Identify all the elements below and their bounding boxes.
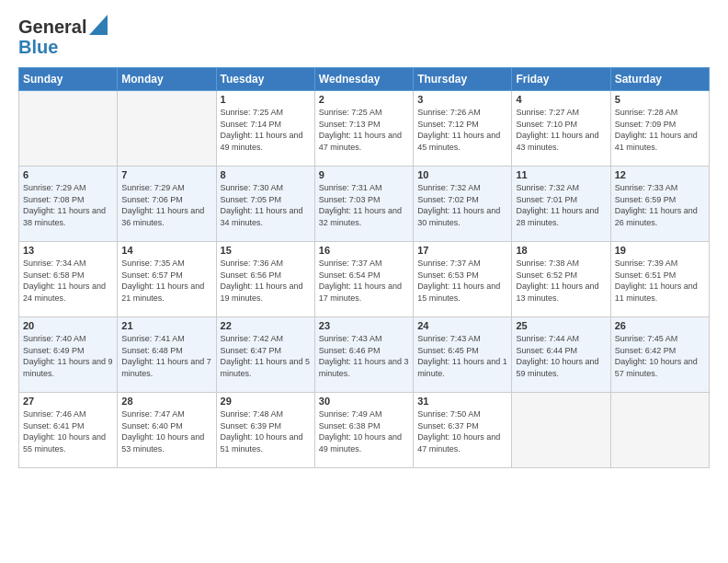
calendar-cell bbox=[610, 393, 709, 468]
calendar-cell: 10Sunrise: 7:32 AM Sunset: 7:02 PM Dayli… bbox=[414, 167, 512, 242]
calendar-cell: 4Sunrise: 7:27 AM Sunset: 7:10 PM Daylig… bbox=[512, 91, 610, 167]
day-number: 30 bbox=[319, 396, 409, 407]
day-number: 4 bbox=[516, 94, 606, 105]
day-number: 14 bbox=[121, 245, 211, 256]
logo-blue: Blue bbox=[18, 37, 58, 58]
calendar-table: SundayMondayTuesdayWednesdayThursdayFrid… bbox=[18, 67, 710, 468]
calendar-cell: 26Sunrise: 7:45 AM Sunset: 6:42 PM Dayli… bbox=[610, 317, 709, 393]
calendar-cell: 16Sunrise: 7:37 AM Sunset: 6:54 PM Dayli… bbox=[314, 242, 413, 317]
calendar-cell: 24Sunrise: 7:43 AM Sunset: 6:45 PM Dayli… bbox=[414, 317, 512, 393]
calendar-cell: 28Sunrise: 7:47 AM Sunset: 6:40 PM Dayli… bbox=[118, 393, 216, 468]
day-info: Sunrise: 7:43 AM Sunset: 6:45 PM Dayligh… bbox=[417, 333, 507, 379]
day-number: 6 bbox=[23, 169, 113, 180]
calendar-cell: 22Sunrise: 7:42 AM Sunset: 6:47 PM Dayli… bbox=[216, 317, 314, 393]
day-header-wednesday: Wednesday bbox=[314, 68, 413, 91]
day-info: Sunrise: 7:42 AM Sunset: 6:47 PM Dayligh… bbox=[221, 333, 311, 379]
day-info: Sunrise: 7:25 AM Sunset: 7:14 PM Dayligh… bbox=[221, 107, 311, 153]
day-info: Sunrise: 7:44 AM Sunset: 6:44 PM Dayligh… bbox=[516, 333, 606, 379]
day-number: 11 bbox=[516, 169, 606, 180]
day-info: Sunrise: 7:45 AM Sunset: 6:42 PM Dayligh… bbox=[615, 333, 705, 379]
day-number: 9 bbox=[319, 169, 409, 180]
calendar-cell: 11Sunrise: 7:32 AM Sunset: 7:01 PM Dayli… bbox=[512, 167, 610, 242]
calendar-cell: 9Sunrise: 7:31 AM Sunset: 7:03 PM Daylig… bbox=[314, 167, 413, 242]
day-number: 5 bbox=[615, 94, 705, 105]
calendar-cell: 15Sunrise: 7:36 AM Sunset: 6:56 PM Dayli… bbox=[216, 242, 314, 317]
day-info: Sunrise: 7:34 AM Sunset: 6:58 PM Dayligh… bbox=[23, 258, 113, 304]
calendar-cell: 12Sunrise: 7:33 AM Sunset: 6:59 PM Dayli… bbox=[610, 167, 709, 242]
day-number: 31 bbox=[417, 396, 507, 407]
day-info: Sunrise: 7:35 AM Sunset: 6:57 PM Dayligh… bbox=[121, 258, 211, 304]
calendar-cell: 21Sunrise: 7:41 AM Sunset: 6:48 PM Dayli… bbox=[118, 317, 216, 393]
day-info: Sunrise: 7:30 AM Sunset: 7:05 PM Dayligh… bbox=[221, 182, 311, 228]
calendar-cell bbox=[512, 393, 610, 468]
calendar-cell: 27Sunrise: 7:46 AM Sunset: 6:41 PM Dayli… bbox=[19, 393, 118, 468]
day-number: 16 bbox=[319, 245, 409, 256]
day-number: 29 bbox=[221, 396, 311, 407]
day-header-friday: Friday bbox=[512, 68, 610, 91]
calendar-cell bbox=[19, 91, 118, 167]
calendar-cell: 23Sunrise: 7:43 AM Sunset: 6:46 PM Dayli… bbox=[314, 317, 413, 393]
day-info: Sunrise: 7:38 AM Sunset: 6:52 PM Dayligh… bbox=[516, 258, 606, 304]
day-number: 3 bbox=[417, 94, 507, 105]
calendar-week-row: 27Sunrise: 7:46 AM Sunset: 6:41 PM Dayli… bbox=[19, 393, 710, 468]
calendar-cell: 6Sunrise: 7:29 AM Sunset: 7:08 PM Daylig… bbox=[19, 167, 118, 242]
calendar-cell: 5Sunrise: 7:28 AM Sunset: 7:09 PM Daylig… bbox=[610, 91, 709, 167]
day-number: 2 bbox=[319, 94, 409, 105]
day-number: 28 bbox=[121, 396, 211, 407]
day-number: 24 bbox=[417, 320, 507, 331]
logo-general: General bbox=[18, 17, 86, 38]
day-number: 25 bbox=[516, 320, 606, 331]
calendar-cell: 13Sunrise: 7:34 AM Sunset: 6:58 PM Dayli… bbox=[19, 242, 118, 317]
day-number: 8 bbox=[221, 169, 311, 180]
day-number: 19 bbox=[615, 245, 705, 256]
calendar-cell: 1Sunrise: 7:25 AM Sunset: 7:14 PM Daylig… bbox=[216, 91, 314, 167]
day-info: Sunrise: 7:32 AM Sunset: 7:01 PM Dayligh… bbox=[516, 182, 606, 228]
day-header-saturday: Saturday bbox=[610, 68, 709, 91]
day-number: 26 bbox=[615, 320, 705, 331]
day-number: 1 bbox=[221, 94, 311, 105]
day-info: Sunrise: 7:28 AM Sunset: 7:09 PM Dayligh… bbox=[615, 107, 705, 153]
day-number: 7 bbox=[121, 169, 211, 180]
day-header-sunday: Sunday bbox=[19, 68, 118, 91]
calendar-cell: 20Sunrise: 7:40 AM Sunset: 6:49 PM Dayli… bbox=[19, 317, 118, 393]
calendar-week-row: 1Sunrise: 7:25 AM Sunset: 7:14 PM Daylig… bbox=[19, 91, 710, 167]
day-number: 21 bbox=[121, 320, 211, 331]
calendar-cell: 17Sunrise: 7:37 AM Sunset: 6:53 PM Dayli… bbox=[414, 242, 512, 317]
day-info: Sunrise: 7:49 AM Sunset: 6:38 PM Dayligh… bbox=[319, 408, 409, 454]
logo-arrow-icon bbox=[89, 15, 108, 35]
calendar-cell: 25Sunrise: 7:44 AM Sunset: 6:44 PM Dayli… bbox=[512, 317, 610, 393]
calendar-cell: 29Sunrise: 7:48 AM Sunset: 6:39 PM Dayli… bbox=[216, 393, 314, 468]
day-header-thursday: Thursday bbox=[414, 68, 512, 91]
day-number: 23 bbox=[319, 320, 409, 331]
day-info: Sunrise: 7:41 AM Sunset: 6:48 PM Dayligh… bbox=[121, 333, 211, 379]
day-info: Sunrise: 7:37 AM Sunset: 6:54 PM Dayligh… bbox=[319, 258, 409, 304]
calendar-cell: 8Sunrise: 7:30 AM Sunset: 7:05 PM Daylig… bbox=[216, 167, 314, 242]
day-info: Sunrise: 7:29 AM Sunset: 7:08 PM Dayligh… bbox=[23, 182, 113, 228]
day-info: Sunrise: 7:47 AM Sunset: 6:40 PM Dayligh… bbox=[121, 408, 211, 454]
calendar-cell: 7Sunrise: 7:29 AM Sunset: 7:06 PM Daylig… bbox=[118, 167, 216, 242]
day-info: Sunrise: 7:31 AM Sunset: 7:03 PM Dayligh… bbox=[319, 182, 409, 228]
day-info: Sunrise: 7:37 AM Sunset: 6:53 PM Dayligh… bbox=[417, 258, 507, 304]
calendar-week-row: 6Sunrise: 7:29 AM Sunset: 7:08 PM Daylig… bbox=[19, 167, 710, 242]
day-info: Sunrise: 7:46 AM Sunset: 6:41 PM Dayligh… bbox=[23, 408, 113, 454]
logo-text-block: General Blue bbox=[18, 15, 108, 58]
calendar-cell: 3Sunrise: 7:26 AM Sunset: 7:12 PM Daylig… bbox=[414, 91, 512, 167]
day-number: 27 bbox=[23, 396, 113, 407]
day-header-tuesday: Tuesday bbox=[216, 68, 314, 91]
day-info: Sunrise: 7:43 AM Sunset: 6:46 PM Dayligh… bbox=[319, 333, 409, 379]
header: General Blue bbox=[18, 15, 710, 58]
day-number: 15 bbox=[221, 245, 311, 256]
day-info: Sunrise: 7:36 AM Sunset: 6:56 PM Dayligh… bbox=[221, 258, 311, 304]
day-info: Sunrise: 7:27 AM Sunset: 7:10 PM Dayligh… bbox=[516, 107, 606, 153]
day-info: Sunrise: 7:33 AM Sunset: 6:59 PM Dayligh… bbox=[615, 182, 705, 228]
day-number: 10 bbox=[417, 169, 507, 180]
day-info: Sunrise: 7:32 AM Sunset: 7:02 PM Dayligh… bbox=[417, 182, 507, 228]
calendar-header-row: SundayMondayTuesdayWednesdayThursdayFrid… bbox=[19, 68, 710, 91]
calendar-cell bbox=[118, 91, 216, 167]
logo: General Blue bbox=[18, 15, 108, 58]
svg-marker-0 bbox=[89, 15, 108, 35]
day-number: 18 bbox=[516, 245, 606, 256]
day-number: 12 bbox=[615, 169, 705, 180]
day-info: Sunrise: 7:50 AM Sunset: 6:37 PM Dayligh… bbox=[417, 408, 507, 454]
calendar-week-row: 20Sunrise: 7:40 AM Sunset: 6:49 PM Dayli… bbox=[19, 317, 710, 393]
